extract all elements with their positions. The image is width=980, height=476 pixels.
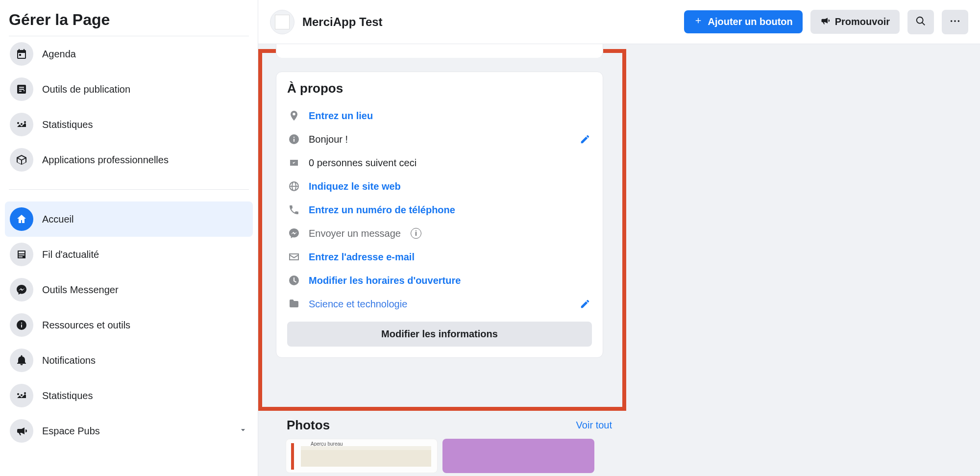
sidebar-item-home[interactable]: Accueil [5, 201, 253, 237]
add-button-button[interactable]: Ajouter un bouton [684, 10, 802, 33]
about-row-followers: 0 personnes suivent ceci [287, 151, 592, 175]
photo-thumb[interactable] [442, 439, 594, 473]
followers-icon [287, 156, 301, 170]
page-title: MerciApp Test [302, 15, 383, 29]
nav-label: Notifications [42, 355, 96, 366]
more-icon [950, 16, 960, 28]
sidebar-item-ads[interactable]: Espace Pubs [5, 413, 253, 449]
sidebar-item-agenda[interactable]: Agenda [5, 36, 253, 72]
nav-label: Ressources et outils [42, 320, 130, 331]
nav-label: Espace Pubs [42, 426, 100, 437]
category-link[interactable]: Science et technologie [309, 299, 407, 310]
photos-section: Photos Voir tout Aperçu bureau [286, 416, 613, 473]
button-label: Ajouter un bouton [708, 16, 792, 27]
feed-icon [10, 243, 33, 266]
promote-button[interactable]: Promouvoir [810, 10, 900, 34]
greeting-text: Bonjour ! [309, 134, 348, 145]
about-card: À propos Entrez un lieu Bonjour ! 0 pers… [276, 72, 603, 358]
photo-grid: Aperçu bureau [286, 439, 613, 473]
publishing-icon [10, 77, 33, 101]
see-all-link[interactable]: Voir tout [576, 420, 612, 431]
about-row-website[interactable]: Indiquez le site web [287, 175, 592, 198]
nav-label: Fil d'actualité [42, 249, 99, 260]
nav-label: Accueil [42, 214, 74, 225]
sidebar-item-feed[interactable]: Fil d'actualité [5, 237, 253, 272]
sidebar-item-notifications[interactable]: Notifications [5, 343, 253, 378]
bell-icon [10, 349, 33, 372]
button-label: Promouvoir [835, 16, 890, 27]
stats-icon [10, 113, 33, 136]
search-icon [915, 16, 926, 28]
calendar-icon [10, 42, 33, 66]
sidebar-item-business-apps[interactable]: Applications professionnelles [5, 142, 253, 177]
about-title: À propos [287, 81, 592, 96]
email-link[interactable]: Entrez l'adresse e-mail [309, 251, 415, 263]
photos-title: Photos [287, 418, 330, 433]
apps-icon [10, 148, 33, 172]
sidebar-item-resources[interactable]: Ressources et outils [5, 307, 253, 343]
about-row-phone[interactable]: Entrez un numéro de téléphone [287, 198, 592, 222]
page-avatar[interactable] [270, 10, 294, 34]
nav-label: Applications professionnelles [42, 154, 169, 166]
followers-text: 0 personnes suivent ceci [309, 157, 416, 169]
nav-label: Agenda [42, 49, 76, 60]
about-row-hours[interactable]: Modifier les horaires d'ouverture [287, 269, 592, 292]
about-row-category[interactable]: Science et technologie [287, 292, 592, 316]
more-button[interactable] [942, 10, 968, 34]
sidebar-item-messenger[interactable]: Outils Messenger [5, 272, 253, 307]
nav-label: Statistiques [42, 390, 93, 401]
phone-link[interactable]: Entrez un numéro de téléphone [309, 204, 455, 216]
email-icon [287, 250, 301, 264]
home-icon [10, 207, 33, 231]
location-link[interactable]: Entrez un lieu [309, 110, 373, 122]
page-header: MerciApp Test Ajouter un bouton Promouvo… [258, 0, 980, 44]
chevron-down-icon [238, 425, 248, 437]
main-content: À propos Entrez un lieu Bonjour ! 0 pers… [258, 44, 980, 476]
edit-greeting-button[interactable] [578, 132, 592, 146]
sidebar-title: Gérer la Page [5, 7, 253, 36]
nav-label: Statistiques [42, 119, 93, 130]
info-circle-icon [287, 132, 301, 146]
nav-label: Outils de publication [42, 84, 130, 95]
about-row-email[interactable]: Entrez l'adresse e-mail [287, 245, 592, 269]
sidebar-item-publishing-tools[interactable]: Outils de publication [5, 72, 253, 107]
megaphone-icon [10, 419, 33, 443]
info-tooltip-icon[interactable]: i [411, 228, 421, 239]
photo-thumb[interactable]: Aperçu bureau [286, 439, 438, 473]
info-icon [10, 313, 33, 337]
edit-category-button[interactable] [578, 297, 592, 311]
folder-icon [287, 297, 301, 311]
about-row-message[interactable]: Envoyer un message i [287, 222, 592, 245]
website-link[interactable]: Indiquez le site web [309, 181, 401, 192]
messenger-icon [287, 226, 301, 240]
megaphone-icon [820, 16, 830, 28]
nav-label: Outils Messenger [42, 284, 119, 296]
stats-icon [10, 384, 33, 407]
sidebar: Gérer la Page Agenda Outils de publicati… [0, 0, 258, 476]
thumb-label: Aperçu bureau [311, 441, 343, 447]
plus-icon [694, 16, 703, 27]
hours-link[interactable]: Modifier les horaires d'ouverture [309, 275, 461, 286]
clock-icon [287, 274, 301, 287]
sidebar-item-stats-lower[interactable]: Statistiques [5, 378, 253, 413]
previous-card-stub [276, 44, 603, 58]
search-button[interactable] [907, 10, 934, 34]
globe-icon [287, 179, 301, 193]
edit-info-button[interactable]: Modifier les informations [287, 322, 592, 347]
sidebar-item-stats-upper[interactable]: Statistiques [5, 107, 253, 142]
message-link[interactable]: Envoyer un message [309, 228, 401, 239]
messenger-icon [10, 278, 33, 301]
about-row-greeting: Bonjour ! [287, 127, 592, 151]
phone-icon [287, 203, 301, 217]
location-icon [287, 109, 301, 123]
about-row-location[interactable]: Entrez un lieu [287, 104, 592, 127]
